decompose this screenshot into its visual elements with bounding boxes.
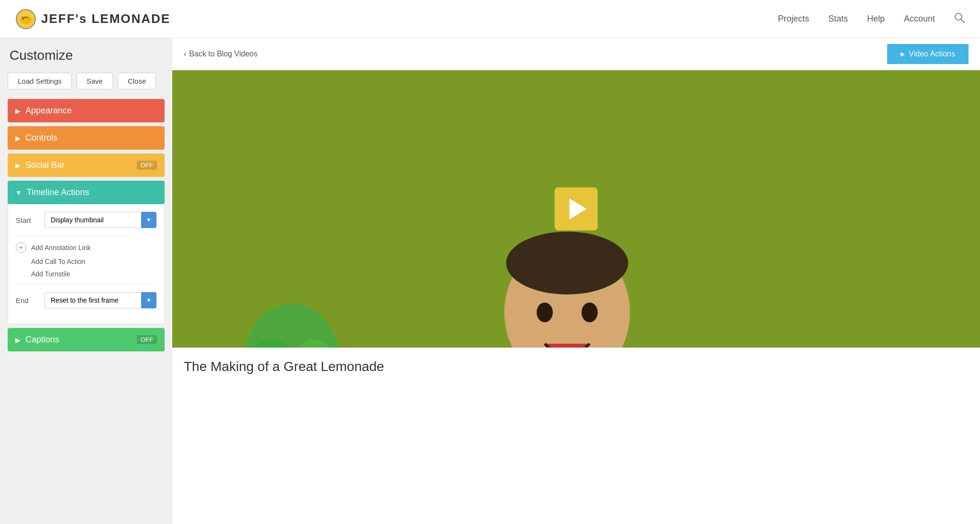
nav-account[interactable]: Account [904,14,935,24]
add-annotation-row: + Add Annotation Link [16,240,156,255]
section-timeline[interactable]: ▼ Timeline Actions [8,181,165,204]
video-actions-play-icon: ▶ [901,51,905,57]
end-label: End [16,296,39,305]
logo-icon [15,9,36,30]
logo-text: JEFF's LEMONADE [41,11,170,26]
add-annotation-icon[interactable]: + [16,242,26,253]
video-player[interactable]:  [172,70,980,348]
timeline-add-list: + Add Annotation Link Add Call To Action… [16,236,156,284]
captions-label: Captions [25,335,59,345]
section-controls[interactable]: ▶ Controls [8,126,165,150]
section-appearance[interactable]: ▶ Appearance [8,99,165,122]
controls-label: Controls [25,133,57,143]
layout: Customize Load Settings Save Close ▶ App… [0,38,980,524]
nav-projects[interactable]: Projects [778,14,809,24]
add-annotation-link[interactable]: Add Annotation Link [31,244,91,251]
start-label: Start [16,216,39,224]
nav-help[interactable]: Help [867,14,885,24]
timeline-content: Start Display thumbnail Autoplay Nothing… [8,204,165,324]
end-select[interactable]: Reset to the first frame Loop Nothing [45,292,156,308]
section-social[interactable]: ▶ Social Bar OFF [8,153,165,177]
video-topbar: ‹ Back to Blog Videos ▶ Video Actions [172,38,980,70]
start-select-wrap: Display thumbnail Autoplay Nothing ▼ [45,212,156,228]
social-arrow-icon: ▶ [15,162,21,169]
back-to-blog-link[interactable]: ‹ Back to Blog Videos [184,50,257,58]
add-turnstile-link[interactable]: Add Turnstile [31,270,70,278]
timeline-start-row: Start Display thumbnail Autoplay Nothing… [16,212,156,228]
main-nav: Projects Stats Help Account [778,12,965,25]
header: JEFF's LEMONADE Projects Stats Help Acco… [0,0,980,38]
start-select[interactable]: Display thumbnail Autoplay Nothing [45,212,156,228]
svg-point-10 [506,232,628,295]
captions-arrow-icon: ▶ [15,336,21,344]
appearance-arrow-icon: ▶ [15,107,21,115]
save-button[interactable]: Save [77,73,113,89]
back-chevron-icon: ‹ [184,50,186,58]
captions-badge: OFF [137,335,157,344]
svg-point-12 [581,303,598,322]
play-button[interactable] [555,187,598,230]
nav-stats[interactable]: Stats [828,14,848,24]
social-label: Social Bar [25,160,65,170]
video-actions-button[interactable]: ▶ Video Actions [887,44,969,64]
add-turnstile-row: Add Turnstile [16,268,156,280]
play-triangle-icon [569,198,587,219]
svg-point-11 [536,303,553,322]
sidebar-title: Customize [8,48,165,63]
main-content: ‹ Back to Blog Videos ▶ Video Actions [172,38,980,524]
timeline-label: Timeline Actions [27,187,89,197]
close-button[interactable]: Close [118,73,156,89]
timeline-arrow-icon: ▼ [15,189,22,196]
section-captions[interactable]: ▶ Captions OFF [8,328,165,351]
sidebar: Customize Load Settings Save Close ▶ App… [0,38,172,524]
add-cta-link[interactable]: Add Call To Action [31,258,85,265]
load-settings-button[interactable]: Load Settings [8,73,72,89]
search-icon[interactable] [954,12,965,25]
social-badge: OFF [137,161,157,170]
video-title: The Making of a Great Lemonade [172,348,980,386]
controls-arrow-icon: ▶ [15,134,21,142]
logo: JEFF's LEMONADE [15,9,170,30]
svg-line-4 [961,19,964,22]
timeline-end-row: End Reset to the first frame Loop Nothin… [16,292,156,308]
sidebar-button-group: Load Settings Save Close [8,73,165,89]
appearance-label: Appearance [25,106,72,116]
end-select-wrap: Reset to the first frame Loop Nothing ▼ [45,292,156,308]
add-cta-row: Add Call To Action [16,255,156,268]
